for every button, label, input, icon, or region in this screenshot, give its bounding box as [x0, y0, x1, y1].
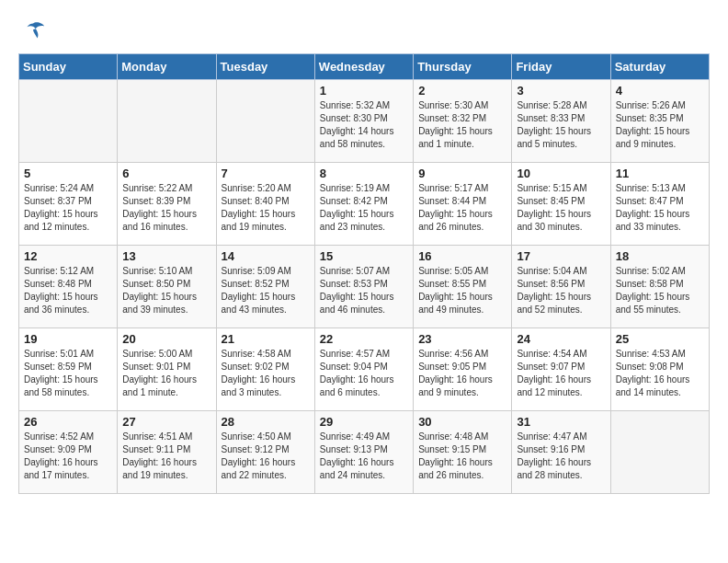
day-number: 6: [122, 167, 210, 180]
day-number: 9: [418, 167, 506, 180]
day-info: Sunrise: 4:47 AM Sunset: 9:16 PM Dayligh…: [517, 431, 605, 482]
day-info: Sunrise: 5:24 AM Sunset: 8:37 PM Dayligh…: [24, 182, 112, 234]
calendar-cell: 19Sunrise: 5:01 AM Sunset: 8:59 PM Dayli…: [19, 328, 118, 411]
day-info: Sunrise: 5:04 AM Sunset: 8:56 PM Dayligh…: [517, 265, 605, 316]
weekday-header-saturday: Saturday: [610, 54, 709, 80]
calendar-cell: [610, 411, 709, 494]
day-number: 2: [418, 84, 506, 98]
day-info: Sunrise: 5:30 AM Sunset: 8:32 PM Dayligh…: [418, 99, 506, 151]
day-info: Sunrise: 5:02 AM Sunset: 8:58 PM Dayligh…: [616, 265, 704, 316]
day-number: 11: [616, 167, 704, 180]
calendar-cell: 20Sunrise: 5:00 AM Sunset: 9:01 PM Dayli…: [118, 328, 216, 411]
day-number: 13: [122, 249, 210, 263]
calendar-cell: 27Sunrise: 4:51 AM Sunset: 9:11 PM Dayli…: [118, 411, 216, 494]
day-info: Sunrise: 5:07 AM Sunset: 8:53 PM Dayligh…: [320, 265, 408, 316]
calendar-cell: 9Sunrise: 5:17 AM Sunset: 8:44 PM Daylig…: [414, 163, 512, 246]
day-info: Sunrise: 4:57 AM Sunset: 9:04 PM Dayligh…: [320, 348, 408, 399]
day-number: 18: [616, 249, 704, 263]
calendar-cell: 17Sunrise: 5:04 AM Sunset: 8:56 PM Dayli…: [512, 246, 610, 328]
page-header: [18, 18, 710, 44]
day-number: 30: [418, 415, 506, 429]
calendar-cell: 14Sunrise: 5:09 AM Sunset: 8:52 PM Dayli…: [216, 246, 314, 328]
day-info: Sunrise: 5:09 AM Sunset: 8:52 PM Dayligh…: [222, 265, 310, 316]
day-number: 29: [320, 415, 408, 429]
calendar-cell: 8Sunrise: 5:19 AM Sunset: 8:42 PM Daylig…: [314, 163, 413, 246]
day-number: 7: [222, 167, 310, 180]
day-number: 19: [24, 332, 112, 346]
day-info: Sunrise: 5:22 AM Sunset: 8:39 PM Dayligh…: [122, 182, 210, 234]
calendar-cell: 13Sunrise: 5:10 AM Sunset: 8:50 PM Dayli…: [118, 246, 216, 328]
calendar-week-row: 26Sunrise: 4:52 AM Sunset: 9:09 PM Dayli…: [19, 411, 710, 494]
day-number: 3: [517, 84, 605, 98]
day-number: 10: [517, 167, 605, 180]
day-number: 20: [122, 332, 210, 346]
day-info: Sunrise: 5:10 AM Sunset: 8:50 PM Dayligh…: [122, 265, 210, 316]
day-number: 4: [616, 84, 704, 98]
calendar-cell: 6Sunrise: 5:22 AM Sunset: 8:39 PM Daylig…: [118, 163, 216, 246]
day-number: 15: [320, 249, 408, 263]
calendar-cell: 26Sunrise: 4:52 AM Sunset: 9:09 PM Dayli…: [19, 411, 118, 494]
weekday-header-friday: Friday: [512, 54, 610, 80]
day-number: 14: [222, 249, 310, 263]
calendar-cell: [118, 80, 216, 163]
calendar-week-row: 19Sunrise: 5:01 AM Sunset: 8:59 PM Dayli…: [19, 328, 710, 411]
weekday-header-row: SundayMondayTuesdayWednesdayThursdayFrid…: [19, 54, 710, 80]
day-info: Sunrise: 5:17 AM Sunset: 8:44 PM Dayligh…: [418, 182, 506, 234]
day-info: Sunrise: 4:53 AM Sunset: 9:08 PM Dayligh…: [616, 348, 704, 399]
day-info: Sunrise: 5:12 AM Sunset: 8:48 PM Dayligh…: [24, 265, 112, 316]
day-number: 28: [222, 415, 310, 429]
calendar-cell: 21Sunrise: 4:58 AM Sunset: 9:02 PM Dayli…: [216, 328, 314, 411]
weekday-header-tuesday: Tuesday: [216, 54, 314, 80]
day-info: Sunrise: 4:51 AM Sunset: 9:11 PM Dayligh…: [122, 431, 210, 482]
day-info: Sunrise: 4:49 AM Sunset: 9:13 PM Dayligh…: [320, 431, 408, 482]
calendar-cell: 30Sunrise: 4:48 AM Sunset: 9:15 PM Dayli…: [414, 411, 512, 494]
calendar-cell: 4Sunrise: 5:26 AM Sunset: 8:35 PM Daylig…: [610, 80, 709, 163]
day-info: Sunrise: 4:50 AM Sunset: 9:12 PM Dayligh…: [222, 431, 310, 482]
weekday-header-wednesday: Wednesday: [314, 54, 413, 80]
calendar-cell: 24Sunrise: 4:54 AM Sunset: 9:07 PM Dayli…: [512, 328, 610, 411]
day-info: Sunrise: 5:32 AM Sunset: 8:30 PM Dayligh…: [320, 99, 408, 151]
day-number: 5: [24, 167, 112, 180]
calendar-cell: 7Sunrise: 5:20 AM Sunset: 8:40 PM Daylig…: [216, 163, 314, 246]
calendar-cell: 31Sunrise: 4:47 AM Sunset: 9:16 PM Dayli…: [512, 411, 610, 494]
logo-bird-icon: [20, 18, 46, 44]
day-number: 1: [320, 84, 408, 98]
day-number: 22: [320, 332, 408, 346]
day-number: 12: [24, 249, 112, 263]
calendar-cell: [216, 80, 314, 163]
day-number: 27: [122, 415, 210, 429]
calendar-week-row: 12Sunrise: 5:12 AM Sunset: 8:48 PM Dayli…: [19, 246, 710, 328]
day-number: 24: [517, 332, 605, 346]
calendar-cell: 11Sunrise: 5:13 AM Sunset: 8:47 PM Dayli…: [610, 163, 709, 246]
day-number: 16: [418, 249, 506, 263]
day-number: 21: [222, 332, 310, 346]
weekday-header-monday: Monday: [118, 54, 216, 80]
day-number: 23: [418, 332, 506, 346]
day-number: 26: [24, 415, 112, 429]
calendar-cell: 18Sunrise: 5:02 AM Sunset: 8:58 PM Dayli…: [610, 246, 709, 328]
weekday-header-sunday: Sunday: [19, 54, 118, 80]
day-info: Sunrise: 5:26 AM Sunset: 8:35 PM Dayligh…: [616, 99, 704, 151]
day-info: Sunrise: 5:00 AM Sunset: 9:01 PM Dayligh…: [122, 348, 210, 399]
day-info: Sunrise: 4:58 AM Sunset: 9:02 PM Dayligh…: [222, 348, 310, 399]
calendar-cell: 5Sunrise: 5:24 AM Sunset: 8:37 PM Daylig…: [19, 163, 118, 246]
calendar-cell: 28Sunrise: 4:50 AM Sunset: 9:12 PM Dayli…: [216, 411, 314, 494]
day-info: Sunrise: 5:19 AM Sunset: 8:42 PM Dayligh…: [320, 182, 408, 234]
weekday-header-thursday: Thursday: [414, 54, 512, 80]
calendar-cell: [19, 80, 118, 163]
day-number: 8: [320, 167, 408, 180]
calendar-cell: 22Sunrise: 4:57 AM Sunset: 9:04 PM Dayli…: [314, 328, 413, 411]
day-info: Sunrise: 4:48 AM Sunset: 9:15 PM Dayligh…: [418, 431, 506, 482]
calendar-cell: 23Sunrise: 4:56 AM Sunset: 9:05 PM Dayli…: [414, 328, 512, 411]
calendar-cell: 25Sunrise: 4:53 AM Sunset: 9:08 PM Dayli…: [610, 328, 709, 411]
calendar-cell: 3Sunrise: 5:28 AM Sunset: 8:33 PM Daylig…: [512, 80, 610, 163]
calendar-cell: 16Sunrise: 5:05 AM Sunset: 8:55 PM Dayli…: [414, 246, 512, 328]
day-info: Sunrise: 5:15 AM Sunset: 8:45 PM Dayligh…: [517, 182, 605, 234]
day-info: Sunrise: 4:54 AM Sunset: 9:07 PM Dayligh…: [517, 348, 605, 399]
logo: [18, 18, 48, 44]
calendar-cell: 1Sunrise: 5:32 AM Sunset: 8:30 PM Daylig…: [314, 80, 413, 163]
day-number: 31: [517, 415, 605, 429]
calendar-cell: 12Sunrise: 5:12 AM Sunset: 8:48 PM Dayli…: [19, 246, 118, 328]
calendar-cell: 15Sunrise: 5:07 AM Sunset: 8:53 PM Dayli…: [314, 246, 413, 328]
day-info: Sunrise: 4:56 AM Sunset: 9:05 PM Dayligh…: [418, 348, 506, 399]
